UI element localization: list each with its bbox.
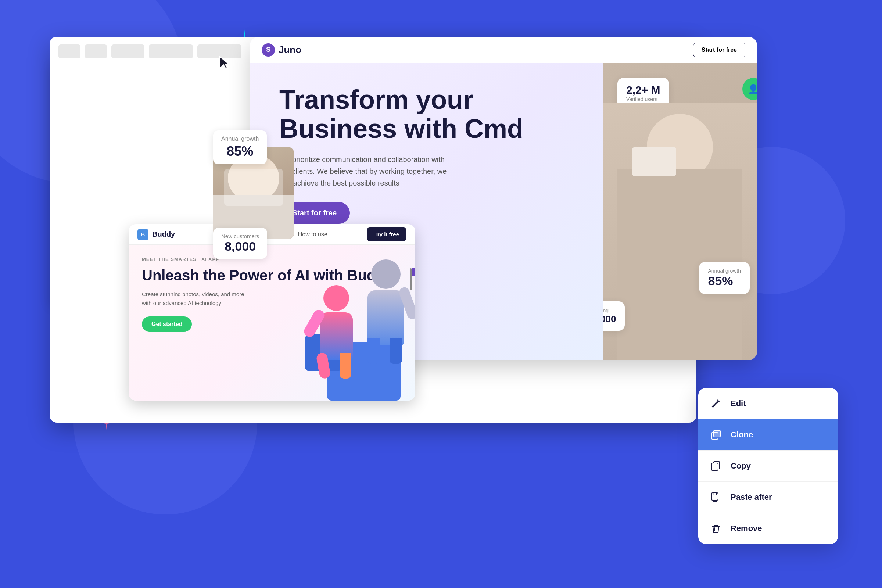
earning-label: Today earning [603,308,616,314]
buddy-try-button[interactable]: Try it free [367,228,406,241]
svg-rect-5 [713,493,717,495]
buddy-nav-howto[interactable]: How to use [298,231,327,238]
customers-label: New customers [221,233,259,239]
annual-growth-badge: Annual growth 85% [699,262,750,294]
buddy-window: B Buddy Home Features Pricing How to use… [129,224,415,400]
users-count: 2,2+ M [626,84,660,96]
toolbar-block-3 [111,45,144,58]
buddy-hero-description: Create stunning photos, videos, and more… [142,290,245,308]
buddy-content: MEET THE SMARTEST AI APP Unleash the Pow… [129,245,415,400]
paste-icon [708,490,723,505]
customers-value: 8,000 [221,239,259,254]
context-menu: Edit Clone Copy Paste afte [698,388,838,544]
juno-hero-title: Transform your Business with Cmd [279,85,573,143]
juno-logo-text: Juno [279,44,302,56]
edit-label: Edit [730,399,746,408]
toolbar-block-4 [149,45,193,58]
buddy-logo-text: Buddy [152,230,175,238]
clone-icon [708,428,723,442]
menu-item-remove[interactable]: Remove [698,513,838,544]
customers-badge: New customers 8,000 [213,228,267,259]
juno-logo: S Juno [262,44,302,57]
svg-rect-2 [714,430,720,437]
juno-woman-image: 2,2+ M Verified users 👤 Annual growth 85… [603,63,757,360]
juno-logo-icon: S [262,44,275,57]
copy-label: Copy [730,461,751,471]
juno-topbar: S Juno Start for free [250,37,757,63]
svg-marker-0 [220,57,229,68]
woman-figure [603,103,757,360]
growth-value: 85% [221,144,259,159]
juno-hero-description: We prioritize communication and collabor… [279,154,456,189]
svg-rect-3 [711,463,718,470]
user-avatar: 👤 [742,78,757,100]
growth-badge-label: Annual growth [708,268,741,274]
growth-badge: Annual growth 85% [213,130,267,164]
menu-item-clone[interactable]: Clone [698,419,838,450]
earning-value: $500,000 [603,314,616,325]
toolbar-block-1 [58,45,81,58]
today-earning-badge: 💰 Today earning $500,000 [603,302,625,331]
menu-item-copy[interactable]: Copy [698,450,838,482]
buddy-logo: B Buddy [138,229,175,240]
users-label: Verified users [626,96,660,102]
character-2 [368,260,404,345]
buddy-cta-button[interactable]: Get started [142,316,192,332]
copy-icon [708,459,723,473]
remove-label: Remove [730,524,762,533]
growth-badge-value: 85% [708,274,741,288]
menu-item-edit[interactable]: Edit [698,388,838,419]
character-1 [320,285,353,360]
toolbar-block-2 [85,45,107,58]
remove-icon [708,521,723,536]
paste-label: Paste after [730,492,772,502]
cursor-icon [219,56,230,70]
clone-label: Clone [730,430,753,440]
juno-start-button[interactable]: Start for free [693,43,745,57]
growth-label: Annual growth [221,136,259,142]
menu-item-paste[interactable]: Paste after [698,482,838,513]
buddy-3d-scene [268,246,415,400]
buddy-logo-icon: B [138,229,148,240]
edit-icon [708,396,723,411]
